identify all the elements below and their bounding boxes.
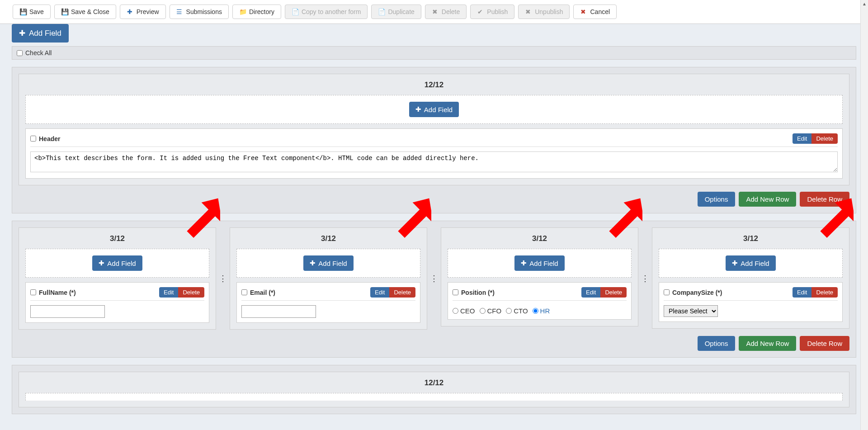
field-title: Email (*) (250, 289, 275, 296)
plus-icon: ✚ (310, 259, 316, 267)
check-all-label: Check All (25, 49, 52, 57)
add-field-top-label: Add Field (29, 29, 61, 38)
field-actions: Edit Delete (793, 133, 838, 144)
field-checkbox[interactable] (664, 289, 670, 295)
companysize-field: CompanySize (*) Edit Delete Please Selec… (659, 282, 843, 322)
toolbar: 💾Save 💾Save & Close ✚Preview ☰Submission… (0, 0, 868, 24)
row-3-label: 12/12 (25, 378, 843, 387)
plus-icon: ✚ (127, 8, 133, 15)
col-3: 3/12 ✚Add Field Position (*) Edit (441, 227, 638, 330)
save-label: Save (29, 8, 44, 15)
radio-hr[interactable]: HR (533, 307, 550, 315)
directory-button[interactable]: 📁Directory (232, 5, 281, 19)
email-input[interactable] (241, 305, 316, 318)
options-button[interactable]: Options (698, 192, 736, 207)
copy-label: Copy to another form (302, 8, 361, 15)
col-2-dropzone[interactable]: ✚Add Field (236, 249, 420, 278)
content: ✚Add Field Check All 12/12 ✚Add Field He… (0, 24, 868, 430)
duplicate-button: 📄Duplicate (371, 5, 421, 19)
plus-icon: ✚ (19, 28, 25, 38)
add-field-button[interactable]: ✚Add Field (726, 255, 775, 271)
radio-input[interactable] (480, 308, 486, 314)
scroll-up-icon[interactable]: ▲ (861, 0, 868, 8)
fullname-input[interactable] (30, 305, 105, 318)
delete-button[interactable]: Delete (811, 287, 838, 298)
row-3: 12/12 (12, 365, 856, 414)
edit-button[interactable]: Edit (793, 287, 811, 298)
field-checkbox[interactable] (241, 289, 247, 295)
col-4: 3/12 ✚Add Field CompanySize (*) Edit (652, 227, 849, 330)
delete-button[interactable]: Delete (811, 133, 838, 144)
header-field: Header Edit Delete (25, 128, 843, 179)
check-all-checkbox[interactable] (17, 50, 23, 56)
radio-cto[interactable]: CTO (506, 307, 528, 315)
cancel-label: Cancel (590, 8, 610, 15)
drag-handle-icon[interactable]: ⋮ (638, 227, 652, 330)
submissions-label: Submissions (186, 8, 222, 15)
add-new-row-button[interactable]: Add New Row (739, 336, 796, 351)
submissions-button[interactable]: ☰Submissions (170, 5, 229, 19)
cancel-button[interactable]: ✖Cancel (573, 5, 617, 19)
add-field-label: Add Field (424, 106, 453, 113)
plus-icon: ✚ (732, 259, 738, 267)
preview-button[interactable]: ✚Preview (120, 5, 166, 19)
field-checkbox[interactable] (30, 289, 36, 295)
x-icon: ✖ (525, 8, 531, 15)
delete-button: ✖Delete (425, 5, 467, 19)
save-button[interactable]: 💾Save (13, 5, 51, 19)
plus-icon: ✚ (99, 259, 104, 267)
col-3-dropzone[interactable]: ✚Add Field (448, 249, 632, 278)
col-4-dropzone[interactable]: ✚Add Field (659, 249, 843, 278)
row-1-actions: Options Add New Row Delete Row (19, 185, 849, 207)
companysize-select[interactable]: Please Select (664, 305, 718, 317)
x-icon: ✖ (432, 8, 438, 15)
header-textarea[interactable] (30, 151, 838, 172)
copy-icon: 📄 (378, 8, 384, 15)
add-new-row-button[interactable]: Add New Row (739, 192, 796, 207)
edit-button[interactable]: Edit (159, 287, 178, 298)
email-field: Email (*) Edit Delete (236, 282, 420, 323)
edit-button[interactable]: Edit (793, 133, 811, 144)
scrollbar[interactable]: ▲ (860, 0, 868, 430)
radio-ceo[interactable]: CEO (453, 307, 475, 315)
radio-cfo[interactable]: CFO (480, 307, 502, 315)
field-title: FullName (*) (39, 289, 76, 296)
delete-button[interactable]: Delete (600, 287, 627, 298)
add-field-button[interactable]: ✚Add Field (303, 255, 353, 271)
add-field-label: Add Field (318, 260, 347, 267)
folder-icon: 📁 (239, 8, 245, 15)
row-1-frame: 12/12 ✚Add Field Header Edit Delete (19, 74, 849, 185)
radio-label: CEO (460, 307, 475, 315)
position-radio-group: CEO CFO CTO HR (453, 305, 627, 315)
radio-input[interactable] (533, 308, 538, 314)
save-close-label: Save & Close (71, 8, 109, 15)
add-field-button[interactable]: ✚Add Field (514, 255, 564, 271)
row-2-columns: 3/12 ✚Add Field FullName (*) Edit (19, 227, 849, 330)
add-field-top-button[interactable]: ✚Add Field (12, 24, 69, 43)
edit-button[interactable]: Edit (581, 287, 600, 298)
radio-input[interactable] (506, 308, 512, 314)
row-2-actions: Options Add New Row Delete Row (19, 330, 849, 351)
field-checkbox[interactable] (453, 289, 458, 295)
drag-handle-icon[interactable]: ⋮ (216, 227, 230, 330)
field-title: Header (39, 135, 60, 142)
add-field-button[interactable]: ✚Add Field (409, 102, 459, 117)
delete-row-button[interactable]: Delete Row (800, 336, 849, 351)
publish-button: ✔Publish (470, 5, 514, 19)
delete-button[interactable]: Delete (389, 287, 415, 298)
save-close-button[interactable]: 💾Save & Close (54, 5, 116, 19)
radio-input[interactable] (453, 308, 458, 314)
delete-button[interactable]: Delete (178, 287, 204, 298)
col-3-label: 3/12 (448, 234, 632, 243)
row-3-dropzone[interactable] (25, 393, 843, 401)
add-field-button[interactable]: ✚Add Field (92, 255, 142, 271)
row-3-frame: 12/12 (19, 372, 849, 407)
drag-handle-icon[interactable]: ⋮ (427, 227, 441, 330)
edit-button[interactable]: Edit (370, 287, 389, 298)
field-checkbox[interactable] (30, 136, 36, 142)
row-1-dropzone[interactable]: ✚Add Field (25, 95, 843, 124)
options-button[interactable]: Options (698, 336, 736, 351)
col-1-dropzone[interactable]: ✚Add Field (25, 249, 209, 278)
delete-row-button[interactable]: Delete Row (800, 192, 849, 207)
radio-label: HR (540, 307, 550, 315)
